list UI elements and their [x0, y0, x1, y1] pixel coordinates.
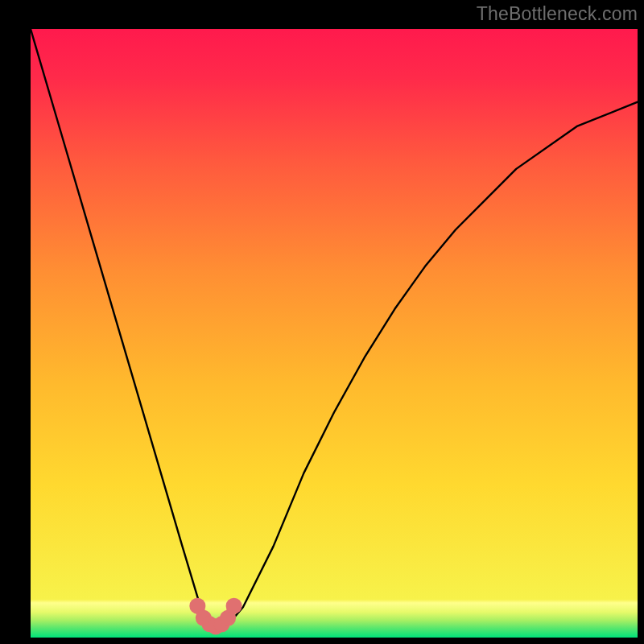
chart-container: TheBottleneck.com: [0, 0, 644, 644]
plot-area: [31, 29, 638, 638]
plot-svg: [31, 29, 638, 638]
gradient-bg: [31, 29, 638, 638]
svg-point-6: [226, 598, 242, 614]
watermark-text: TheBottleneck.com: [477, 3, 638, 25]
